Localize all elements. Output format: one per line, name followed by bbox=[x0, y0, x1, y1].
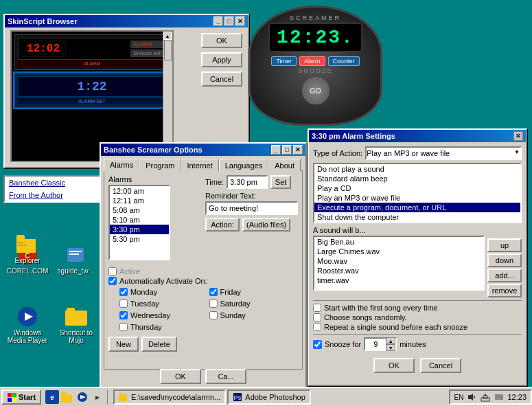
first-song-checkbox[interactable] bbox=[313, 304, 321, 312]
counter-button[interactable]: Counter bbox=[328, 56, 360, 66]
cancel-button[interactable]: Cancel bbox=[201, 71, 242, 87]
option-execute-program[interactable]: Execute a program, document, or URL bbox=[314, 203, 520, 212]
sound-files-listbox[interactable]: Big Ben.au Large Chimes.wav Moo.wav Roos… bbox=[313, 236, 485, 291]
ok-button[interactable]: OK bbox=[201, 33, 242, 48]
remove-button[interactable]: remove bbox=[487, 284, 522, 297]
delete-button[interactable]: Delete bbox=[141, 337, 177, 352]
desktop-icon-explorer[interactable]: Explorer bbox=[7, 234, 48, 264]
taskbar-item-photoshop[interactable]: Ps Adobe Photoshop bbox=[227, 390, 310, 405]
other-tray-icon[interactable]: ... bbox=[494, 392, 505, 402]
option-standard-beep[interactable]: Standard alarm beep bbox=[314, 174, 520, 183]
sound-item-4[interactable]: timer.wav bbox=[314, 275, 483, 285]
snooze-value-input[interactable] bbox=[365, 340, 386, 348]
alarm-ok-button[interactable]: OK bbox=[373, 358, 415, 373]
new-button[interactable]: New bbox=[108, 337, 139, 352]
banshee-close-button[interactable]: ✕ bbox=[293, 145, 303, 155]
type-dropdown-open[interactable]: Do not play a sound Standard alarm beep … bbox=[313, 163, 522, 223]
option-shutdown[interactable]: Shut down the computer bbox=[314, 212, 520, 222]
thursday-checkbox[interactable] bbox=[119, 323, 128, 331]
svg-text:Ps: Ps bbox=[234, 394, 242, 401]
reminder-text-input[interactable] bbox=[205, 201, 298, 215]
media-quicklaunch-icon[interactable]: ▶ bbox=[91, 390, 104, 404]
type-select[interactable]: Do not play a sound Standard alarm beep … bbox=[365, 146, 522, 160]
skin-preview-2[interactable]: 1:22 ALARM SET bbox=[14, 73, 170, 108]
banshee-minimize-button[interactable]: _ bbox=[271, 145, 281, 155]
network-icon[interactable] bbox=[480, 392, 491, 402]
play-quicklaunch-icon[interactable] bbox=[76, 390, 89, 404]
banshee-classic-link[interactable]: Banshee Classic bbox=[5, 177, 104, 189]
skin-preview-1[interactable]: 12:02 ALARM Snooze set ALARM bbox=[14, 34, 170, 70]
alarm-settings-close-button[interactable]: ✕ bbox=[513, 131, 523, 141]
tab-alarms[interactable]: Alarms bbox=[104, 159, 139, 171]
alarm-item-5[interactable]: 5:30 pm bbox=[110, 234, 169, 244]
alarm-button[interactable]: Alarm bbox=[299, 56, 325, 66]
snooze-spin[interactable]: ▲ ▼ bbox=[364, 337, 397, 351]
wednesday-checkbox[interactable] bbox=[119, 311, 128, 319]
alarm-item-3[interactable]: 5:10 am bbox=[110, 215, 169, 225]
banshee-options-titlebar[interactable]: Banshee Screamer Options _ □ ✕ bbox=[101, 144, 305, 156]
minimize-button[interactable]: _ bbox=[213, 16, 223, 26]
tab-about[interactable]: About bbox=[268, 159, 301, 171]
friday-checkbox[interactable] bbox=[209, 288, 218, 296]
folder-quicklaunch-icon[interactable] bbox=[60, 390, 74, 404]
random-songs-checkbox[interactable] bbox=[313, 313, 321, 322]
keyboard-layout-indicator: EN bbox=[454, 394, 464, 401]
ie-quicklaunch-icon[interactable]: e bbox=[45, 390, 59, 404]
alarm-item-4[interactable]: 3:30 pm bbox=[110, 225, 169, 234]
action-button[interactable]: Action: bbox=[205, 218, 240, 232]
banshee-maximize-button[interactable]: □ bbox=[282, 145, 292, 155]
tuesday-checkbox[interactable] bbox=[119, 300, 128, 308]
sound-item-1[interactable]: Large Chimes.wav bbox=[314, 247, 483, 256]
sound-item-2[interactable]: Moo.wav bbox=[314, 256, 483, 266]
skin-list-scrollbar[interactable]: ▲ ▼ bbox=[163, 32, 172, 161]
active-checkbox[interactable] bbox=[108, 267, 117, 275]
down-button[interactable]: down bbox=[487, 253, 522, 267]
time-input[interactable] bbox=[227, 175, 268, 189]
repeat-sound-row: Repeat a single sound before each snooze bbox=[313, 323, 522, 331]
tab-languages[interactable]: Languages bbox=[219, 159, 268, 171]
tab-internet[interactable]: Internet bbox=[181, 159, 218, 171]
option-play-cd[interactable]: Play a CD bbox=[314, 183, 520, 193]
timer-button[interactable]: Timer bbox=[271, 56, 297, 66]
alarms-listbox[interactable]: 12:00 am 12:11 am 5:08 am 5:10 am 3:30 p… bbox=[108, 185, 170, 260]
monday-checkbox[interactable] bbox=[119, 288, 128, 296]
desktop-icon-sguide[interactable]: sguide_tw... bbox=[51, 244, 100, 275]
days-grid: Monday Friday Tuesday Saturday Wednesday… bbox=[119, 286, 298, 332]
first-song-row: Start with the first song every time bbox=[313, 304, 522, 312]
start-button[interactable]: Start bbox=[1, 390, 41, 405]
alarm-cancel-button[interactable]: Cancel bbox=[420, 358, 461, 373]
set-button[interactable]: Set bbox=[270, 175, 291, 189]
screamer-go-button[interactable]: GO bbox=[302, 77, 329, 104]
sunday-checkbox[interactable] bbox=[209, 311, 218, 319]
sound-item-0[interactable]: Big Ben.au bbox=[314, 237, 483, 247]
tab-program[interactable]: Program bbox=[139, 159, 181, 171]
snooze-checkbox[interactable] bbox=[313, 340, 322, 349]
alarm-item-0[interactable]: 12:00 am bbox=[110, 186, 169, 196]
banshee-ok-button[interactable]: OK bbox=[160, 369, 201, 384]
speaker-icon[interactable] bbox=[466, 392, 477, 402]
banshee-cancel-button[interactable]: Ca... bbox=[205, 369, 246, 384]
alarm-item-1[interactable]: 12:11 am bbox=[110, 196, 169, 205]
option-play-mp3[interactable]: Play an MP3 or wave file bbox=[314, 193, 520, 203]
skinscript-titlebar[interactable]: SkinScript Browser _ □ ✕ bbox=[5, 15, 248, 27]
desktop-icon-mojo[interactable]: Shortcut to Mojo bbox=[52, 306, 100, 344]
option-do-not-play[interactable]: Do not play a sound bbox=[314, 164, 520, 174]
desktop-icon-wmp[interactable]: Windows Media Player bbox=[3, 306, 51, 344]
saturday-checkbox[interactable] bbox=[209, 300, 218, 308]
taskbar-item-explorer[interactable]: E:\saved\mycode\alarmn... bbox=[113, 390, 226, 405]
banshee-from-author-link[interactable]: From the Author bbox=[5, 189, 104, 201]
add-button[interactable]: add... bbox=[487, 269, 522, 282]
alarm-item-2[interactable]: 5:08 am bbox=[110, 205, 169, 215]
screamer-snooze-label: SNOOZE bbox=[298, 67, 332, 74]
spin-up-button[interactable]: ▲ bbox=[386, 337, 395, 344]
up-button[interactable]: up bbox=[487, 238, 522, 252]
close-button[interactable]: ✕ bbox=[235, 16, 245, 26]
sound-item-3[interactable]: Rooster.wav bbox=[314, 266, 483, 275]
spin-down-button[interactable]: ▼ bbox=[386, 344, 395, 351]
alarm-settings-titlebar[interactable]: 3:30 pm Alarm Settings ✕ bbox=[309, 130, 526, 142]
maximize-button[interactable]: □ bbox=[224, 16, 234, 26]
apply-button[interactable]: Apply bbox=[201, 52, 242, 67]
audio-files-button[interactable]: (Audio files) bbox=[242, 218, 290, 232]
auto-activate-checkbox[interactable] bbox=[108, 277, 117, 285]
repeat-sound-checkbox[interactable] bbox=[313, 323, 321, 331]
